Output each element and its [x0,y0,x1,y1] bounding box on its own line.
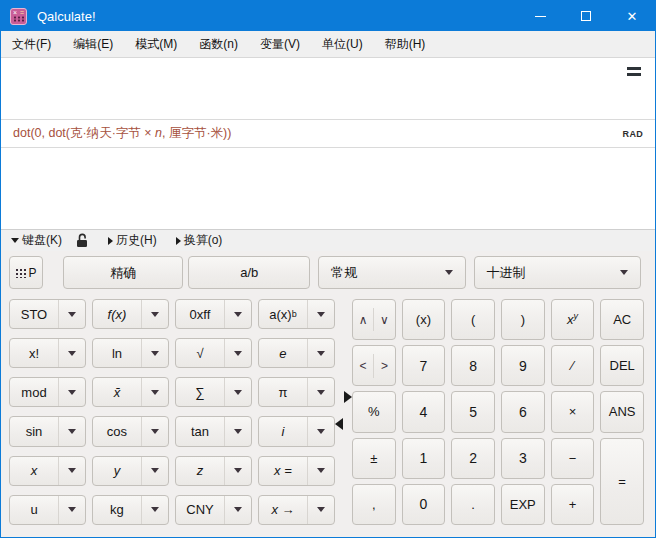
currency-cny-button-dropdown[interactable] [224,496,251,524]
imaginary-unit-button[interactable]: i [258,416,335,446]
menu-variables[interactable]: 变量(V) [249,31,311,57]
digit-3-button[interactable]: 3 [501,438,545,479]
mod-button-dropdown[interactable] [58,378,85,406]
divide-button[interactable]: ∕ [551,345,595,386]
open-paren-button[interactable]: ( [451,299,495,340]
maximize-button[interactable] [563,1,609,31]
pi-button[interactable]: π [258,377,335,407]
conversion-toggle[interactable]: 换算(o) [176,232,223,249]
keyboard-toggle[interactable]: 键盘(K) [11,232,62,249]
tan-button[interactable]: tan [175,416,252,446]
cursor-left-right-button-half-2[interactable]: > [373,354,394,378]
multiply-button[interactable]: × [551,391,595,432]
variable-x-button[interactable]: x [9,456,86,486]
exp-button[interactable]: EXP [501,484,545,525]
e-constant-button-dropdown[interactable] [307,339,334,367]
hex-button-dropdown[interactable] [224,300,251,328]
ac-button[interactable]: AC [600,299,644,340]
decimal-point-button[interactable]: . [451,484,495,525]
mod-button[interactable]: mod [9,377,86,407]
menu-edit[interactable]: 编辑(E) [62,31,124,57]
variable-y-button-dropdown[interactable] [141,457,168,485]
digit-8-button[interactable]: 8 [451,345,495,386]
ans-button[interactable]: ANS [600,391,644,432]
store-button[interactable]: STO [9,299,86,329]
plus-minus-button[interactable]: ± [352,438,396,479]
sqrt-button-dropdown[interactable] [224,339,251,367]
number-base-select[interactable]: 十进制 [474,256,641,289]
smart-parentheses-button[interactable]: (x) [402,299,446,340]
function-button-dropdown[interactable] [141,300,168,328]
close-paren-button[interactable]: ) [501,299,545,340]
menu-help[interactable]: 帮助(H) [374,31,437,57]
history-area[interactable] [1,148,655,229]
factorial-button[interactable]: x! [9,338,86,368]
currency-cny-button[interactable]: CNY [175,495,252,525]
assign-x-button[interactable]: x = [258,456,335,486]
sum-button-dropdown[interactable] [224,378,251,406]
digit-1-button[interactable]: 1 [402,438,446,479]
store-button-dropdown[interactable] [58,300,85,328]
ln-button-dropdown[interactable] [141,339,168,367]
add-button[interactable]: + [551,484,595,525]
digit-9-button[interactable]: 9 [501,345,545,386]
menu-units[interactable]: 单位(U) [311,31,374,57]
cos-button[interactable]: cos [92,416,169,446]
sin-button[interactable]: sin [9,416,86,446]
convert-x-button[interactable]: x → [258,495,335,525]
sqrt-button[interactable]: √ [175,338,252,368]
digit-0-button[interactable]: 0 [402,484,446,525]
digit-2-button[interactable]: 2 [451,438,495,479]
digit-7-button[interactable]: 7 [402,345,446,386]
comma-button[interactable]: , [352,484,396,525]
unit-u-button[interactable]: u [9,495,86,525]
sin-button-dropdown[interactable] [58,417,85,445]
unit-kg-button[interactable]: kg [92,495,169,525]
mean-button[interactable]: x̄ [92,377,169,407]
pi-button-dropdown[interactable] [307,378,334,406]
cursor-left-right-button-half-1[interactable]: < [353,354,373,378]
e-constant-button[interactable]: e [258,338,335,368]
variable-z-button[interactable]: z [175,456,252,486]
fraction-mode-button[interactable]: a/b [188,256,310,289]
history-toggle[interactable]: 历史(H) [108,232,157,249]
unit-u-button-dropdown[interactable] [58,496,85,524]
cos-button-dropdown[interactable] [141,417,168,445]
scroll-up-down-button-half-1[interactable]: ∧ [353,308,373,332]
minimize-button[interactable] [517,1,563,31]
hex-button[interactable]: 0xff [175,299,252,329]
exact-mode-button[interactable]: 精确 [63,256,184,289]
menu-hamburger-icon[interactable] [627,67,641,79]
expand-right-handle-icon[interactable] [344,391,352,403]
lock-keypad-icon[interactable] [76,233,89,248]
display-mode-select[interactable]: 常规 [318,256,466,289]
power-function-button-dropdown[interactable] [307,300,334,328]
factorial-button-dropdown[interactable] [58,339,85,367]
percent-button[interactable]: % [352,391,396,432]
scroll-up-down-button-half-2[interactable]: ∨ [373,308,394,332]
function-button[interactable]: f(x) [92,299,169,329]
power-function-button[interactable]: a(x)b [258,299,335,329]
variable-z-button-dropdown[interactable] [224,457,251,485]
digit-6-button[interactable]: 6 [501,391,545,432]
expression-input[interactable] [1,58,655,119]
cursor-left-right-button[interactable]: <> [352,345,396,386]
menu-file[interactable]: 文件(F) [1,31,62,57]
expand-left-handle-icon[interactable] [335,418,343,430]
programming-keypad-button[interactable]: P [9,256,43,289]
subtract-button[interactable]: − [551,438,595,479]
imaginary-unit-button-dropdown[interactable] [307,417,334,445]
mean-button-dropdown[interactable] [141,378,168,406]
tan-button-dropdown[interactable] [224,417,251,445]
digit-5-button[interactable]: 5 [451,391,495,432]
assign-x-button-dropdown[interactable] [307,457,334,485]
convert-x-button-dropdown[interactable] [307,496,334,524]
scroll-up-down-button[interactable]: ∧∨ [352,299,396,340]
digit-4-button[interactable]: 4 [402,391,446,432]
del-button[interactable]: DEL [600,345,644,386]
menu-functions[interactable]: 函数(n) [188,31,249,57]
variable-y-button[interactable]: y [92,456,169,486]
close-button[interactable]: ✕ [609,1,655,31]
ln-button[interactable]: ln [92,338,169,368]
equals-button[interactable]: = [600,438,644,525]
